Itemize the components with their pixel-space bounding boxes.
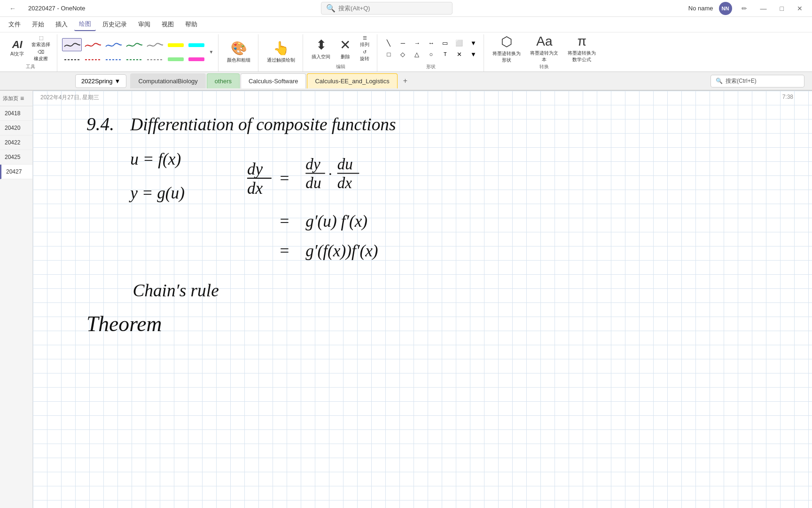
x-btn[interactable]: ✕ [453,49,466,59]
close-button[interactable]: ✕ [793,3,806,14]
insert-space-button[interactable]: ⬍ 插入空间 [308,34,334,63]
svg-text:u = f(x): u = f(x) [130,150,181,168]
menu-item-review[interactable]: 审阅 [133,18,155,31]
pen-cell-13[interactable] [186,52,206,65]
pen-cell-4[interactable] [145,38,164,51]
lasso-select-button[interactable]: ⬚ 套索选择 [29,35,53,48]
minimize-button[interactable]: — [757,3,771,14]
sort-icon[interactable]: ≡ [20,95,24,102]
rotate-icon: ↺ [363,49,367,55]
svg-text:=: = [279,169,290,188]
pen-grid [62,38,206,65]
convert-content: ⬡ 将墨迹转换为形状 Aa 将墨迹转为文本 π 将墨迹转换为数学公式 [489,34,600,63]
menu-item-insert[interactable]: 插入 [51,18,72,31]
sidebar-page-20420[interactable]: 20420 [0,121,32,135]
ai-text-button[interactable]: AI AI文字 [8,38,27,59]
ink-to-text-button[interactable]: Aa 将墨迹转为文本 [526,34,562,63]
edit-label: 编辑 [308,63,373,71]
shapes-chevron[interactable]: ▼ [467,38,480,48]
touch-content: 👆 通过触摸绘制 [263,34,299,69]
search-input[interactable] [338,5,432,12]
ribbon: 文件 开始 插入 绘图 历史记录 审阅 视图 帮助 AI AI文字 ⬚ 套索选择 [0,17,812,72]
pen-cell-6[interactable] [186,38,206,51]
touch-draw-button[interactable]: 👆 通过触摸绘制 [263,38,299,66]
svg-text:dy: dy [247,160,263,178]
diamond-btn[interactable]: ◇ [396,49,409,59]
pen-cell-12[interactable] [165,52,185,65]
touch-label [263,69,299,71]
rotate-button[interactable]: ↺ 旋转 [356,49,373,62]
round-rect-btn[interactable]: ⬜ [453,38,466,48]
pen-cell-1[interactable] [83,38,102,51]
pen-cell-0[interactable] [62,38,82,51]
sidebar-page-20427[interactable]: 20427 [0,165,32,179]
menu-item-history[interactable]: 历史记录 [98,18,132,31]
titlebar-center: 🔍 [321,2,453,15]
line-btn[interactable]: ─ [396,38,409,48]
tab-others[interactable]: others [207,73,240,88]
pen-cell-3[interactable] [124,38,144,51]
shapes-row1: ╲ ─ → ↔ ▭ ⬜ ▼ [382,38,480,48]
tools-sub: ⬚ 套索选择 ⌫ 橡皮擦 [29,35,53,62]
triangle-btn[interactable]: △ [410,49,423,59]
pen-cell-8[interactable] [83,52,102,65]
menu-item-home[interactable]: 开始 [27,18,49,31]
rect-btn[interactable]: ▭ [438,38,452,48]
menu-item-help[interactable]: 帮助 [180,18,202,31]
notebook-selector[interactable]: 2022Spring ▼ [75,74,126,88]
titlebar-right: No name NN ✏ — □ ✕ [688,2,806,15]
text-btn[interactable]: T [438,49,452,59]
pen-cell-9[interactable] [103,52,123,65]
search-box[interactable]: 🔍 [321,2,453,15]
pen-cell-5[interactable] [165,38,185,51]
tab-calculus-software[interactable]: Calculus-Software [241,73,306,88]
pen-cell-10[interactable] [124,52,144,65]
sidebar-page-20422[interactable]: 20422 [0,135,32,150]
tab-computational-biology[interactable]: ComputationalBiology [130,73,205,88]
back-button[interactable]: ← [6,3,20,14]
shapes-grid: ╲ ─ → ↔ ▭ ⬜ ▼ □ ◇ △ ○ T ✕ [382,38,480,59]
ink-shape-icon: ⬡ [501,34,512,49]
pen-row-2 [62,52,206,65]
note-canvas[interactable]: 2022年4月27日, 星期三 7:38 9.4. Differentiatio… [33,91,812,508]
menu-item-draw[interactable]: 绘图 [74,18,96,31]
menu-item-file[interactable]: 文件 [4,18,25,31]
note-handwriting: 9.4. Differentiation of composite functi… [33,91,812,508]
delete-button[interactable]: ✕ 删除 [336,34,354,63]
arrange-rotate: ☰ 排列 ↺ 旋转 [356,35,373,62]
pen-cell-2[interactable] [103,38,123,51]
ink-to-math-button[interactable]: π 将墨迹转换为数学公式 [564,34,600,63]
circle-btn[interactable]: ○ [424,49,437,59]
pen-row-1 [62,38,206,51]
sidebar-page-20425[interactable]: 20425 [0,150,32,165]
maximize-button[interactable]: □ [776,3,788,14]
eraser-button[interactable]: ⌫ 橡皮擦 [29,49,53,62]
svg-text:=: = [279,242,290,260]
tab-strip: 2022Spring ▼ ComputationalBiology others… [0,72,812,91]
pen-chevron-down[interactable]: ▼ [208,38,214,66]
square-btn[interactable]: □ [382,49,395,59]
convert-group: ⬡ 将墨迹转换为形状 Aa 将墨迹转为文本 π 将墨迹转换为数学公式 转换 [485,34,603,71]
arrow-btn[interactable]: → [410,38,423,48]
pen-mode-button[interactable]: ✏ [738,3,751,14]
search-right-box[interactable]: 🔍 搜索(Ctrl+E) [710,75,804,87]
svg-text:du: du [305,174,321,191]
menu-item-view[interactable]: 视图 [157,18,179,31]
color-thickness-button[interactable]: 🎨 颜色和粗细 [223,38,254,66]
add-tab-button[interactable]: + [398,74,412,88]
shapes-label: 形状 [382,63,480,71]
ink-to-shape-button[interactable]: ⬡ 将墨迹转换为形状 [489,34,524,63]
pen-cell-11[interactable] [145,52,164,65]
arrange-button[interactable]: ☰ 排列 [356,35,373,48]
diagonal-line-btn[interactable]: ╲ [382,38,395,48]
arrange-icon: ☰ [363,35,367,40]
tab-calculus-ee[interactable]: Calculus-EE_and_Logistics [307,73,397,88]
pen-cell-7[interactable] [62,52,82,65]
svg-rect-7 [168,57,184,61]
notebook-name: 2022Spring [81,78,113,85]
svg-text:dy: dy [305,155,320,173]
sidebar-page-20418[interactable]: 20418 [0,106,32,121]
sidebar-top: 添加页 ≡ [0,91,32,106]
double-arrow-btn[interactable]: ↔ [424,38,437,48]
shapes-more-chevron[interactable]: ▼ [467,49,480,59]
